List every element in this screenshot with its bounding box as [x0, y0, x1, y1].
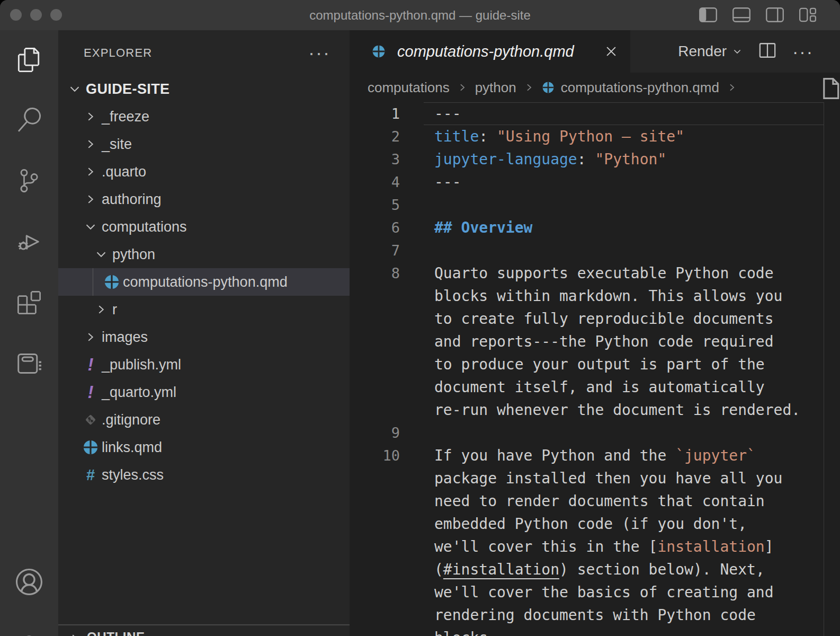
toggle-primary-sidebar-icon[interactable]: [699, 7, 718, 25]
code-text: package installed then you have all you: [424, 467, 782, 490]
tree-item--freeze[interactable]: _freeze: [58, 103, 350, 130]
code-text: blocks: [424, 626, 488, 636]
tree-item--gitignore[interactable]: .gitignore: [58, 406, 350, 434]
line-number: [350, 535, 424, 558]
close-icon[interactable]: [604, 44, 619, 59]
code-line: 5: [350, 193, 840, 216]
code-line: (#installation) section below). Next,: [350, 558, 840, 581]
activity-explorer[interactable]: [16, 48, 42, 74]
tree-item-label: .gitignore: [102, 412, 160, 428]
tab-computations-python[interactable]: computations-python.qmd: [350, 30, 630, 73]
line-number: 8: [350, 262, 424, 285]
code-line: re-run whenever the document is rendered…: [350, 399, 840, 421]
tree-item--publish-yml[interactable]: !_publish.yml: [58, 351, 350, 378]
code-line: blocks within markdown. This allows you: [350, 285, 840, 307]
tree-item-guide-site[interactable]: GUIDE-SITE: [58, 75, 350, 103]
chevron-right-icon: [82, 108, 100, 126]
tree-item--site[interactable]: _site: [58, 130, 350, 158]
outline-section-header[interactable]: OUTLINE: [58, 625, 350, 636]
breadcrumb-label: python: [475, 80, 516, 96]
code-text: If you have Python and the `jupyter`: [424, 444, 756, 467]
tree-item-label: _publish.yml: [102, 357, 181, 373]
tree-item-authoring[interactable]: authoring: [58, 186, 350, 213]
sidebar-header: EXPLORER ···: [58, 30, 350, 75]
current-line-highlight: [424, 102, 824, 125]
tree-item-computations[interactable]: computations: [58, 213, 350, 241]
tree-item--quarto-yml[interactable]: !_quarto.yml: [58, 378, 350, 406]
tree-item-computations-python-qmd[interactable]: computations-python.qmd: [58, 268, 350, 296]
activity-manage[interactable]: [16, 629, 42, 636]
line-number: [350, 330, 424, 353]
code-text: title: "Using Python — site": [424, 125, 684, 148]
code-text: need to render documents that contain: [424, 490, 765, 513]
render-button[interactable]: Render: [678, 43, 743, 60]
code-line: 4---: [350, 171, 840, 193]
code-line: 7: [350, 239, 840, 262]
tree-item-label: links.qmd: [102, 439, 162, 456]
quarto-icon: [82, 438, 100, 456]
chevron-right-icon: [524, 82, 534, 93]
line-number: 6: [350, 216, 424, 239]
breadcrumb-item[interactable]: computations: [368, 80, 450, 96]
activity-search[interactable]: [16, 108, 42, 134]
tree-item--quarto[interactable]: .quarto: [58, 158, 350, 186]
extensions-icon: [17, 291, 41, 316]
minimize-window-button[interactable]: [30, 9, 42, 21]
line-number: 4: [350, 171, 424, 193]
code-line: we'll cover this in the [installation]: [350, 535, 840, 558]
line-number: 9: [350, 421, 424, 444]
activity-account[interactable]: [16, 570, 42, 596]
zoom-window-button[interactable]: [50, 9, 62, 21]
code-text: [424, 193, 434, 216]
gear-icon: [21, 633, 37, 636]
workbench: EXPLORER ··· GUIDE-SITE_freeze_site.quar…: [0, 30, 840, 636]
line-number: 2: [350, 125, 424, 148]
tree-item-python[interactable]: python: [58, 241, 350, 268]
code-line: need to render documents that contain: [350, 490, 840, 513]
chevron-right-icon: [457, 82, 468, 93]
line-number: 3: [350, 148, 424, 171]
tree-item-styles-css[interactable]: #styles.css: [58, 461, 350, 489]
yaml-icon: !: [82, 356, 100, 374]
chevron-down-icon: [82, 218, 100, 236]
indent-guide: [93, 268, 93, 296]
code-editor[interactable]: 1---2title: "Using Python — site"3jupyte…: [350, 102, 840, 636]
toggle-panel-icon[interactable]: [732, 7, 751, 25]
code-text: we'll cover the basics of creating and: [424, 581, 774, 604]
line-number: [350, 376, 424, 399]
code-text: blocks within markdown. This allows you: [424, 285, 782, 307]
breadcrumb-item[interactable]: computations-python.qmd: [542, 80, 719, 96]
tree-item-images[interactable]: images: [58, 323, 350, 351]
customize-layout-icon[interactable]: [799, 7, 817, 25]
split-editor-icon[interactable]: [758, 42, 776, 61]
line-number: [350, 490, 424, 513]
activity-bar: [0, 30, 58, 636]
code-text: document itself, and is automatically: [424, 376, 765, 399]
activity-extensions[interactable]: [16, 290, 42, 317]
tree-item-label: _quarto.yml: [102, 384, 176, 401]
chevron-right-icon: [66, 630, 84, 636]
chevron-right-icon: [82, 135, 100, 153]
code-text: [424, 421, 434, 444]
toggle-secondary-sidebar-icon[interactable]: [765, 7, 784, 25]
breadcrumb-label: computations: [368, 80, 450, 96]
tree-item-links-qmd[interactable]: links.qmd: [58, 434, 350, 461]
code-line: 2title: "Using Python — site": [350, 125, 840, 148]
tree-item-r[interactable]: r: [58, 296, 350, 323]
code-text: to produce your output is part of the: [424, 353, 765, 376]
breadcrumb-item[interactable]: python: [475, 80, 516, 96]
more-actions-icon[interactable]: ···: [308, 48, 330, 58]
code-text: and reports---the Python code required: [424, 330, 774, 353]
more-actions-icon[interactable]: ···: [792, 41, 814, 62]
line-number: [350, 467, 424, 490]
activity-run-debug[interactable]: [16, 229, 42, 256]
page-icon: [820, 77, 840, 104]
quarto-icon: [103, 273, 121, 291]
activity-notebook[interactable]: [16, 351, 42, 378]
close-window-button[interactable]: [10, 9, 22, 21]
activity-source-control[interactable]: [16, 169, 42, 195]
window-title: computations-python.qmd — guide-site: [309, 8, 531, 23]
code-text: to create fully reproducible documents: [424, 307, 774, 330]
css-icon: #: [82, 466, 100, 484]
search-icon: [17, 108, 41, 134]
